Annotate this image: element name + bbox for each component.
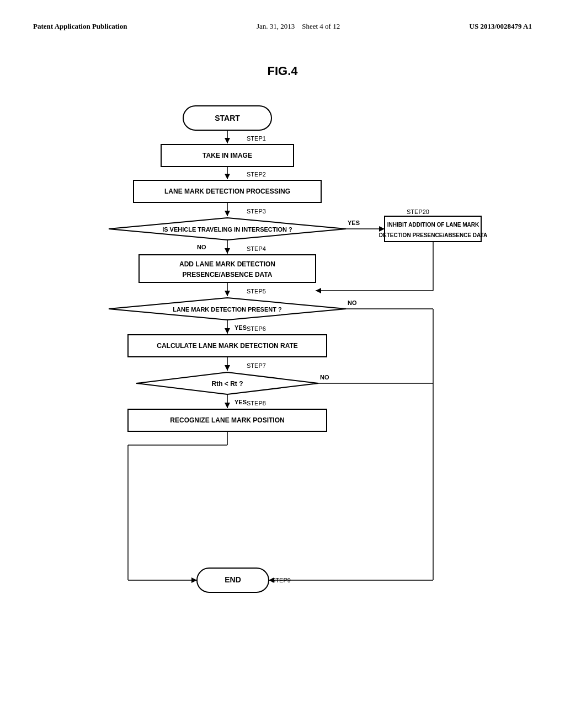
page: Patent Application Publication Jan. 31, … (0, 0, 565, 728)
flowchart-svg: START STEP1 TAKE IN IMAGE STEP2 LANE MAR… (76, 100, 489, 663)
svg-text:STEP20: STEP20 (407, 208, 429, 215)
svg-text:DETECTION PRESENCE/ABSENCE DAT: DETECTION PRESENCE/ABSENCE DATA (379, 232, 487, 238)
svg-marker-13 (225, 211, 230, 216)
header-center: Jan. 31, 2013 Sheet 4 of 12 (257, 22, 340, 31)
svg-marker-25 (225, 248, 230, 254)
svg-text:STEP3: STEP3 (247, 208, 266, 215)
svg-text:END: END (225, 575, 241, 584)
svg-text:STEP4: STEP4 (247, 245, 266, 252)
svg-text:STEP1: STEP1 (247, 135, 266, 142)
svg-text:YES: YES (234, 399, 247, 405)
svg-text:NO: NO (197, 244, 206, 250)
svg-marker-35 (225, 291, 230, 296)
svg-marker-40 (225, 328, 230, 334)
svg-text:NO: NO (320, 374, 329, 381)
svg-marker-3 (225, 138, 230, 143)
svg-text:START: START (215, 114, 240, 122)
svg-text:YES: YES (234, 324, 247, 331)
svg-text:Rth < Rt ?: Rth < Rt ? (212, 380, 243, 388)
svg-marker-8 (225, 174, 230, 179)
svg-marker-18 (379, 226, 385, 232)
svg-text:LANE MARK DETECTION PROCESSING: LANE MARK DETECTION PROCESSING (164, 188, 290, 195)
svg-text:TAKE IN IMAGE: TAKE IN IMAGE (202, 152, 252, 159)
svg-text:STEP7: STEP7 (247, 362, 266, 369)
page-header: Patent Application Publication Jan. 31, … (33, 22, 532, 31)
svg-text:STEP6: STEP6 (247, 325, 266, 332)
svg-text:YES: YES (348, 220, 360, 226)
svg-text:STEP8: STEP8 (247, 400, 266, 406)
svg-text:PRESENCE/ABSENCE DATA: PRESENCE/ABSENCE DATA (183, 271, 273, 279)
svg-text:RECOGNIZE LANE MARK POSITION: RECOGNIZE LANE MARK POSITION (170, 416, 284, 424)
svg-marker-33 (316, 288, 321, 293)
svg-marker-67 (191, 577, 197, 583)
svg-marker-56 (225, 403, 230, 408)
svg-text:CALCULATE LANE MARK DETECTION : CALCULATE LANE MARK DETECTION RATE (157, 342, 298, 350)
svg-text:STEP9: STEP9 (271, 577, 291, 584)
figure-title: FIG.4 (33, 64, 532, 78)
svg-text:ADD LANE MARK DETECTION: ADD LANE MARK DETECTION (179, 260, 275, 268)
svg-text:INHIBIT ADDITION OF LANE MARK: INHIBIT ADDITION OF LANE MARK (387, 222, 479, 228)
svg-text:IS VEHICLE TRAVELING IN INTERS: IS VEHICLE TRAVELING IN INTERSECTION ? (162, 226, 292, 233)
svg-marker-51 (225, 365, 230, 371)
header-right: US 2013/0028479 A1 (470, 22, 532, 31)
svg-text:NO: NO (348, 299, 357, 306)
svg-text:STEP2: STEP2 (247, 171, 266, 178)
header-left: Patent Application Publication (33, 22, 127, 31)
svg-text:STEP5: STEP5 (247, 288, 266, 295)
svg-text:LANE MARK DETECTION PRESENT ?: LANE MARK DETECTION PRESENT ? (173, 306, 282, 313)
